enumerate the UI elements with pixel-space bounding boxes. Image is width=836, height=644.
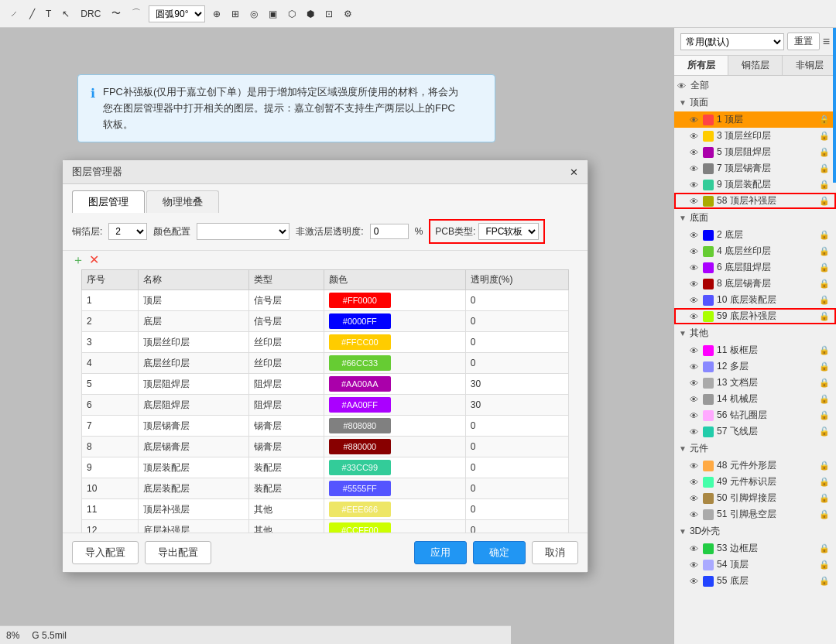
rp-layer-row[interactable]: 👁55 底层🔒 <box>674 573 836 589</box>
layer-lock-icon[interactable]: 🔒 <box>819 378 830 388</box>
rp-section-header-0[interactable]: ▼顶面 <box>674 94 836 111</box>
layer-lock-icon[interactable]: 🔒 <box>819 345 830 355</box>
rp-layer-row[interactable]: 👁14 机械层🔒 <box>674 391 836 407</box>
row-color[interactable]: #CCFF00 <box>324 520 465 533</box>
layer-eye-icon[interactable]: 👁 <box>690 494 698 503</box>
row-color[interactable]: #66CC33 <box>324 353 465 374</box>
rp-section-header-2[interactable]: ▼其他 <box>674 324 836 342</box>
rp-layer-row[interactable]: 👁54 顶层🔒 <box>674 557 836 573</box>
rp-layer-row[interactable]: 👁2 底层🔒 <box>674 227 836 243</box>
rp-layer-row[interactable]: 👁56 钻孔圈层🔒 <box>674 407 836 423</box>
layer-lock-icon[interactable]: 🔒 <box>819 230 830 240</box>
row-color[interactable]: #0000FF <box>324 311 465 332</box>
rp-layer-row[interactable]: 👁58 顶层补强层🔒 <box>674 193 836 209</box>
rp-layer-row[interactable]: 👁1 顶层🔒 <box>674 111 836 128</box>
layer-lock-icon[interactable]: 🔒 <box>819 361 830 372</box>
tab-physical-stack[interactable]: 物理堆叠 <box>146 190 219 213</box>
rp-layer-row[interactable]: 👁7 顶层锡膏层🔒 <box>674 160 836 176</box>
table-row[interactable]: 4底层丝印层丝印层#66CC330 <box>82 353 569 374</box>
right-panel-content[interactable]: 👁 全部 ▼顶面👁1 顶层🔒👁3 顶层丝印层🔒👁5 顶层阻焊层🔒👁7 顶层锡膏层… <box>674 76 836 644</box>
table-row[interactable]: 10底层装配层装配层#5555FF0 <box>82 478 569 499</box>
rp-section-header-4[interactable]: ▼3D外壳 <box>674 522 836 540</box>
table-row[interactable]: 9顶层装配层装配层#33CC990 <box>82 457 569 478</box>
tab-layer-management[interactable]: 图层管理 <box>72 190 145 213</box>
toolbar-text-icon[interactable]: T <box>43 7 54 21</box>
reset-button[interactable]: 重置 <box>787 33 820 50</box>
toolbar-arc-select[interactable]: 圆弧90° <box>149 5 205 22</box>
layer-eye-icon[interactable]: 👁 <box>690 362 698 372</box>
layer-eye-icon[interactable]: 👁 <box>690 312 698 321</box>
rp-layer-row[interactable]: 👁12 多层🔒 <box>674 358 836 375</box>
rp-layer-row[interactable]: 👁57 飞线层🔓 <box>674 423 836 440</box>
table-row[interactable]: 2底层信号层#0000FF0 <box>82 311 569 332</box>
toolbar-drc-label[interactable]: DRC <box>77 7 104 21</box>
preset-select[interactable]: 常用(默认) <box>680 33 784 50</box>
row-color[interactable]: #880000 <box>324 437 465 457</box>
rp-tab-non-copper[interactable]: 非铜层 <box>783 56 836 75</box>
table-row[interactable]: 11顶层补强层其他#EEE6660 <box>82 499 569 520</box>
pcb-type-select[interactable]: FPC软板 PCB板 <box>478 223 539 240</box>
layer-lock-icon[interactable]: 🔒 <box>819 477 830 487</box>
layer-lock-icon[interactable]: 🔒 <box>819 493 830 503</box>
toolbar-place-icon[interactable]: ⊕ <box>210 7 224 21</box>
layer-lock-icon[interactable]: 🔒 <box>819 246 830 256</box>
layer-eye-icon[interactable]: 👁 <box>690 263 698 272</box>
cancel-button[interactable]: 取消 <box>532 541 578 564</box>
table-row[interactable]: 1顶层信号层#FF00000 <box>82 290 569 311</box>
layer-eye-icon[interactable]: 👁 <box>690 577 698 586</box>
layer-table-container[interactable]: 序号 名称 类型 颜色 透明度(%) 1顶层信号层#FF000002底层信号层#… <box>72 269 578 533</box>
layer-eye-icon[interactable]: 👁 <box>690 461 698 471</box>
toolbar-draw-icon[interactable]: ⟋ <box>6 7 22 21</box>
toolbar-fill-icon[interactable]: ▣ <box>266 7 280 21</box>
row-color[interactable]: #FF0000 <box>324 290 465 311</box>
rp-layer-row[interactable]: 👁59 底层补强层🔒 <box>674 308 836 324</box>
rp-section-header-1[interactable]: ▼底面 <box>674 209 836 227</box>
row-color[interactable]: #33CC99 <box>324 457 465 478</box>
rp-section-header-3[interactable]: ▼元件 <box>674 440 836 457</box>
opacity-input[interactable] <box>370 224 409 239</box>
layer-lock-icon[interactable]: 🔒 <box>819 576 830 586</box>
rp-layer-row[interactable]: 👁50 引脚焊接层🔒 <box>674 490 836 506</box>
layer-eye-icon[interactable]: 👁 <box>690 231 698 240</box>
layer-eye-icon[interactable]: 👁 <box>690 148 698 157</box>
rp-tab-copper[interactable]: 铜箔层 <box>728 56 783 75</box>
toolbar-line-icon[interactable]: ╱ <box>26 7 38 21</box>
layer-eye-icon[interactable]: 👁 <box>690 115 698 125</box>
layer-lock-icon[interactable]: 🔒 <box>819 180 830 190</box>
layer-lock-icon[interactable]: 🔒 <box>819 543 830 553</box>
rp-layer-row[interactable]: 👁8 底层锡膏层🔒 <box>674 276 836 292</box>
row-color[interactable]: #AA00AA <box>324 374 465 395</box>
layer-lock-icon[interactable]: 🔒 <box>819 394 830 404</box>
layer-eye-icon[interactable]: 👁 <box>690 478 698 487</box>
layer-lock-icon[interactable]: 🔒 <box>819 115 830 125</box>
layer-lock-icon[interactable]: 🔒 <box>819 131 830 141</box>
toolbar-via-icon[interactable]: ◎ <box>247 7 261 21</box>
layer-eye-icon[interactable]: 👁 <box>690 197 698 206</box>
layer-eye-icon[interactable]: 👁 <box>690 279 698 289</box>
layer-eye-icon[interactable]: 👁 <box>690 510 698 519</box>
layer-eye-icon[interactable]: 👁 <box>690 395 698 404</box>
layer-lock-icon[interactable]: 🔒 <box>819 147 830 157</box>
layer-lock-icon[interactable]: 🔒 <box>819 461 830 471</box>
layer-lock-icon[interactable]: 🔓 <box>819 426 830 437</box>
layer-lock-icon[interactable]: 🔒 <box>819 311 830 321</box>
delete-layer-button[interactable]: ✕ <box>89 254 99 266</box>
rp-layer-row[interactable]: 👁5 顶层阻焊层🔒 <box>674 144 836 160</box>
table-row[interactable]: 12底层补强层其他#CCFF000 <box>82 520 569 533</box>
ok-button[interactable]: 确定 <box>473 541 526 564</box>
rp-layer-row[interactable]: 👁10 底层装配层🔒 <box>674 292 836 308</box>
layer-lock-icon[interactable]: 🔒 <box>819 262 830 272</box>
toolbar-settings-icon[interactable]: ⚙ <box>341 7 355 21</box>
row-color[interactable]: #AA00FF <box>324 395 465 416</box>
rp-layer-row[interactable]: 👁51 引脚悬空层🔒 <box>674 506 836 522</box>
row-color[interactable]: #808080 <box>324 416 465 437</box>
layer-lock-icon[interactable]: 🔒 <box>819 509 830 519</box>
add-layer-button[interactable]: ＋ <box>72 254 84 266</box>
toolbar-measure-icon[interactable]: ⊡ <box>322 7 336 21</box>
import-config-button[interactable]: 导入配置 <box>72 541 139 564</box>
dialog-close-button[interactable]: ✕ <box>570 166 578 178</box>
table-row[interactable]: 3顶层丝印层丝印层#FFCC000 <box>82 332 569 353</box>
layer-eye-icon[interactable]: 👁 <box>690 164 698 173</box>
layer-eye-icon[interactable]: 👁 <box>690 346 698 355</box>
toolbar-component-icon[interactable]: ⊞ <box>228 7 242 21</box>
